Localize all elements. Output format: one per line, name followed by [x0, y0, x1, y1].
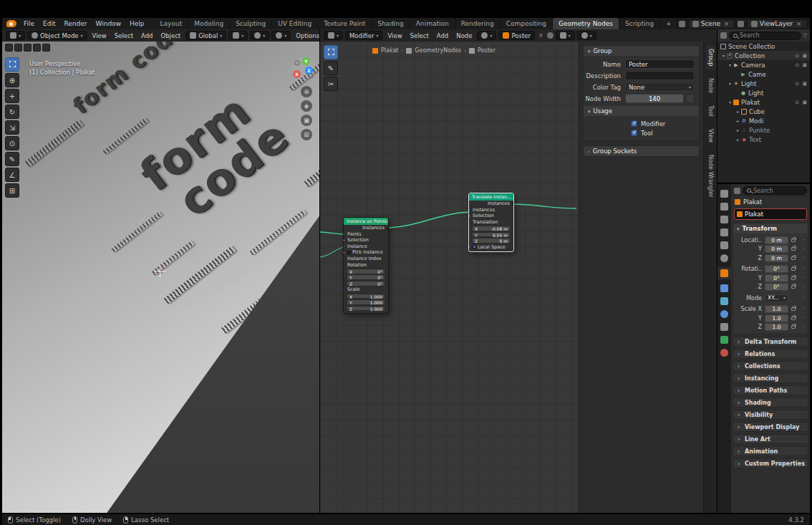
sidebar-tab-view[interactable]: View	[706, 125, 715, 146]
tab-sculpting[interactable]: Sculpting	[230, 18, 272, 29]
sidebar-tab-node[interactable]: Node	[706, 74, 715, 97]
disable-render-icon[interactable]: ▣	[802, 100, 807, 105]
gizmo-toggle-icon[interactable]	[14, 44, 22, 52]
rotation-x-field[interactable]: X0°	[347, 269, 385, 274]
location-z-field[interactable]: 0 m	[765, 254, 788, 262]
object-name-field[interactable]	[734, 208, 807, 220]
snap-dropdown[interactable]: ▾	[228, 31, 248, 40]
outliner-search-input[interactable]	[740, 32, 797, 39]
tool-rotate[interactable]: ↻	[5, 105, 19, 119]
lock-icon[interactable]	[791, 317, 796, 320]
node-tree-browse[interactable]: ▾	[477, 31, 496, 40]
group-name-field[interactable]	[625, 59, 695, 69]
remove-viewlayer-icon[interactable]: ×	[795, 21, 803, 27]
gizmo-axis-y[interactable]: Y	[302, 57, 310, 65]
tab-animation[interactable]: Animation	[410, 18, 455, 29]
tool-transform[interactable]: ⊙	[5, 136, 19, 150]
node-instance-on-points[interactable]: Instance on Points Instances Points Sele…	[343, 217, 389, 314]
tab-material[interactable]	[720, 349, 728, 357]
hide-eye-icon[interactable]: ⊙	[795, 53, 799, 59]
section-line-art[interactable]: Line Art	[733, 434, 808, 444]
translation-x-field[interactable]: X-0.08 m	[472, 226, 511, 231]
rotation-y-field[interactable]: 0°	[765, 274, 788, 282]
tool-select-box[interactable]	[324, 45, 338, 59]
node-snap-dropdown[interactable]: ▾	[556, 31, 575, 40]
scale-z-field[interactable]: 1.0	[765, 323, 788, 331]
tab-geometry-nodes[interactable]: Geometry Nodes	[553, 18, 619, 29]
properties-search-input[interactable]	[753, 188, 803, 194]
viewport-menu-select[interactable]: Select	[112, 32, 136, 39]
lock-icon[interactable]	[791, 247, 796, 251]
expand-icon[interactable]: ▸	[735, 109, 741, 114]
node-width-extra-icon[interactable]	[685, 94, 695, 103]
blender-menu-icon[interactable]	[6, 20, 16, 27]
gizmo-toggle-icon[interactable]	[5, 44, 13, 52]
section-custom-properties[interactable]: Custom Properties	[733, 458, 808, 468]
color-tag-dropdown[interactable]: None▾	[625, 82, 695, 92]
scale-x-field[interactable]: 1.0	[765, 305, 788, 313]
animate-dot[interactable]: ·	[803, 246, 805, 252]
lock-icon[interactable]	[791, 307, 796, 311]
animate-dot[interactable]: ·	[803, 306, 805, 312]
local-space-checkbox[interactable]	[473, 245, 476, 249]
editor-type-button[interactable]: ▾	[324, 31, 343, 40]
rotation-z-field[interactable]: Z0°	[347, 281, 385, 286]
tab-physics[interactable]	[720, 310, 728, 318]
animate-dot[interactable]: ·	[803, 255, 805, 261]
tab-object-data[interactable]	[720, 336, 728, 344]
tab-modifiers[interactable]	[720, 284, 728, 292]
tab-uv-editing[interactable]: UV Editing	[272, 18, 318, 29]
tab-world[interactable]	[720, 254, 728, 262]
tool-annotate[interactable]: ✎	[5, 152, 19, 166]
outliner-row-plakat[interactable]: ▾ Plakat ⊙▣	[717, 97, 810, 107]
translation-z-field[interactable]: Z0 m	[472, 238, 511, 244]
scale-y-field[interactable]: Y1.000	[347, 299, 385, 305]
group-description-field[interactable]	[625, 71, 695, 80]
breadcrumb-modifier[interactable]: GeometryNodes	[415, 47, 461, 54]
outliner-editor-icon[interactable]	[720, 32, 727, 39]
pan-icon[interactable]: ◈	[301, 100, 312, 112]
breadcrumb-node-tree[interactable]: Poster	[478, 47, 496, 54]
translation-y-field[interactable]: Y0.55 m	[472, 232, 511, 238]
scale-z-field[interactable]: Z1.000	[347, 306, 385, 312]
tool-add-cube[interactable]: ⊞	[5, 183, 19, 198]
unlink-scene-icon[interactable]: ×	[722, 21, 730, 27]
tab-layout[interactable]: Layout	[155, 18, 189, 29]
lock-icon[interactable]	[791, 325, 796, 329]
outliner-row-scene-collection[interactable]: Scene Collectio	[717, 42, 810, 51]
sidebar-tab-group[interactable]: Group	[706, 45, 715, 69]
node-menu-select[interactable]: Select	[407, 32, 432, 39]
outliner-row-collection[interactable]: ▾ Collection ⊙▣	[717, 51, 810, 60]
viewport-canvas[interactable]: form code form code form code	[2, 42, 319, 513]
pick-instance-checkbox[interactable]	[347, 251, 351, 254]
tab-rendering[interactable]: Rendering	[455, 18, 501, 29]
animate-dot[interactable]: ·	[803, 284, 805, 290]
viewport-menu-view[interactable]: View	[90, 32, 110, 39]
tab-compositing[interactable]: Compositing	[501, 18, 553, 29]
expand-icon[interactable]: ▾	[720, 53, 727, 58]
object-name-input[interactable]	[745, 211, 804, 218]
filter-icon[interactable]: ▽	[803, 33, 807, 39]
outliner-row-modifier[interactable]: ▸ ⚙ Modi	[717, 116, 810, 125]
animate-dot[interactable]: ·	[803, 275, 805, 281]
gizmo-toggle-icon[interactable]	[33, 44, 41, 52]
expand-icon[interactable]: ▸	[735, 118, 741, 123]
lock-icon[interactable]	[791, 276, 796, 280]
outliner-row-light-data[interactable]: ● Light	[717, 88, 810, 97]
expand-icon[interactable]: ▸	[735, 137, 741, 142]
node-header[interactable]: Instance on Points	[344, 218, 388, 225]
outliner-search[interactable]	[729, 32, 801, 40]
browse-scene-icon[interactable]	[679, 21, 685, 27]
editor-type-button[interactable]: ▾	[6, 31, 25, 40]
tab-modeling[interactable]: Modeling	[188, 18, 230, 29]
section-motion-paths[interactable]: Motion Paths	[733, 385, 808, 395]
disable-render-icon[interactable]: ▣	[802, 53, 807, 59]
gizmo-axis-negative[interactable]	[308, 73, 314, 79]
browse-viewlayer-icon[interactable]	[738, 21, 744, 27]
group-panel-header[interactable]: ▾Group	[584, 46, 699, 56]
menu-window[interactable]: Window	[92, 18, 126, 29]
tool-cursor[interactable]: ⊕	[5, 73, 19, 87]
toggle-perspective-icon[interactable]: ⊞	[301, 129, 312, 140]
rotation-y-field[interactable]: Y0°	[347, 274, 385, 280]
menu-help[interactable]: Help	[125, 18, 149, 29]
